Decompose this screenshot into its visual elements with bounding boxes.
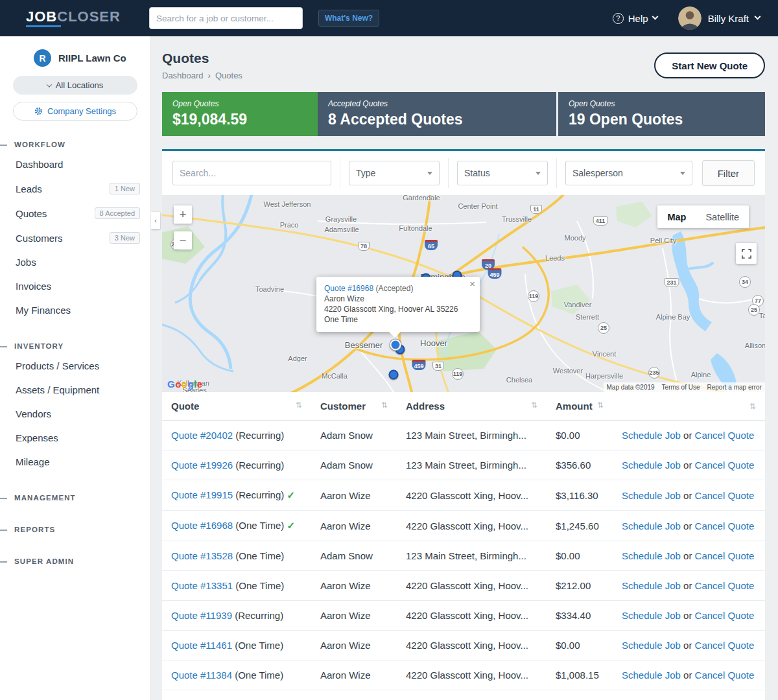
- status-select[interactable]: Status: [457, 161, 548, 185]
- fullscreen-button[interactable]: [736, 243, 757, 264]
- section-super-admin[interactable]: SUPER ADMIN: [0, 554, 150, 569]
- chevron-down-icon: [652, 13, 658, 19]
- map-type-satellite-button[interactable]: Satellite: [696, 205, 749, 228]
- global-search-input[interactable]: [149, 7, 303, 29]
- amount-cell: $334.40: [547, 601, 613, 631]
- help-label: Help: [628, 13, 648, 24]
- schedule-job-link[interactable]: Schedule Job: [622, 460, 681, 471]
- sidebar-item-invoices[interactable]: Invoices: [0, 274, 150, 298]
- route-shield: 459: [488, 268, 501, 279]
- start-new-quote-button[interactable]: Start New Quote: [654, 52, 765, 78]
- address-cell: 123 Main Street, Birmingh...: [397, 541, 547, 571]
- info-window-quote-link[interactable]: Quote #16968: [324, 284, 373, 293]
- sidebar-item-jobs[interactable]: Jobs: [0, 250, 150, 274]
- schedule-job-link[interactable]: Schedule Job: [622, 670, 681, 681]
- cancel-quote-link[interactable]: Cancel Quote: [695, 670, 755, 681]
- cancel-quote-link[interactable]: Cancel Quote: [695, 430, 755, 441]
- section-workflow[interactable]: WORKFLOW: [0, 137, 150, 152]
- logo-primary: JOB: [26, 8, 57, 25]
- map-label: Sterrett: [576, 313, 599, 321]
- cancel-quote-link[interactable]: Cancel Quote: [695, 610, 755, 621]
- collapse-panel-tab[interactable]: ‹: [151, 212, 160, 229]
- quote-map-marker[interactable]: [389, 370, 399, 380]
- filter-button[interactable]: Filter: [702, 160, 755, 186]
- sort-icon[interactable]: ⇅: [531, 401, 537, 410]
- whats-new-button[interactable]: What's New?: [318, 10, 379, 27]
- sidebar-item-assets-equipment[interactable]: Assets / Equipment: [0, 378, 150, 402]
- breadcrumb-dashboard[interactable]: Dashboard: [162, 71, 204, 80]
- section-reports[interactable]: REPORTS: [0, 522, 150, 537]
- sort-icon[interactable]: ⇅: [296, 401, 302, 410]
- map-type-map-button[interactable]: Map: [657, 205, 696, 228]
- company-settings-button[interactable]: Company Settings: [13, 102, 137, 121]
- sidebar-item-vendors[interactable]: Vendors: [0, 402, 150, 426]
- amount-cell: $1,008.15: [547, 660, 613, 690]
- sidebar-item-dashboard[interactable]: Dashboard: [0, 152, 150, 176]
- quote-link[interactable]: Quote #20402: [171, 430, 233, 441]
- sidebar-item-customers[interactable]: Customers3 New: [0, 226, 150, 250]
- schedule-job-link[interactable]: Schedule Job: [622, 640, 681, 651]
- table-row: Quote #13528 (One Time) Adam Snow 123 Ma…: [162, 541, 765, 571]
- logo-secondary: CLOSER: [57, 8, 121, 25]
- chevron-down-icon: [680, 172, 685, 175]
- locations-label: All Locations: [56, 80, 104, 90]
- cancel-quote-link[interactable]: Cancel Quote: [695, 640, 755, 651]
- quote-link[interactable]: Quote #16968: [171, 520, 233, 531]
- section-inventory[interactable]: INVENTORY: [0, 338, 150, 354]
- quotes-map[interactable]: Gardendale West Jefferson Center Point T…: [162, 195, 765, 392]
- quote-link[interactable]: Quote #13351: [171, 580, 233, 591]
- type-select[interactable]: Type: [349, 161, 440, 185]
- stat-card-open-quotes-count: Open Quotes 19 Open Quotes: [558, 92, 765, 136]
- schedule-job-link[interactable]: Schedule Job: [622, 610, 681, 621]
- sidebar-item-mileage[interactable]: Mileage: [0, 450, 150, 474]
- map-label: Leeds: [545, 254, 565, 262]
- quote-link[interactable]: Quote #19915: [171, 489, 233, 500]
- quote-link[interactable]: Quote #11939: [171, 610, 232, 621]
- quote-link[interactable]: Quote #13528: [171, 550, 233, 561]
- schedule-job-link[interactable]: Schedule Job: [622, 520, 681, 531]
- schedule-job-link[interactable]: Schedule Job: [622, 430, 681, 441]
- app-logo[interactable]: JOBCLOSER: [26, 10, 121, 27]
- terms-of-use-link[interactable]: Terms of Use: [662, 384, 700, 391]
- quote-link[interactable]: Quote #11384: [171, 670, 232, 681]
- sidebar-item-products-services[interactable]: Products / Services: [0, 354, 150, 378]
- schedule-job-link[interactable]: Schedule Job: [622, 580, 681, 591]
- salesperson-select[interactable]: Salesperson: [565, 161, 692, 185]
- schedule-job-link[interactable]: Schedule Job: [622, 490, 681, 501]
- map-label: Westover: [553, 367, 583, 375]
- customer-cell: Aaron Wize: [311, 601, 397, 631]
- table-row: Quote #11384 (One Time) Aaron Wize 4220 …: [162, 660, 765, 690]
- fullscreen-icon: [742, 249, 751, 259]
- quote-link[interactable]: Quote #19926: [171, 460, 233, 471]
- sidebar-item-quotes[interactable]: Quotes8 Accepted: [0, 201, 150, 226]
- sort-icon[interactable]: ⇅: [749, 402, 756, 411]
- all-locations-dropdown[interactable]: All Locations: [13, 76, 137, 95]
- map-label: Moody: [564, 234, 585, 242]
- cancel-quote-link[interactable]: Cancel Quote: [695, 580, 755, 591]
- sort-icon[interactable]: ⇅: [381, 401, 388, 410]
- cancel-quote-link[interactable]: Cancel Quote: [695, 490, 755, 501]
- customer-cell: Aaron Wize: [311, 571, 397, 601]
- sidebar-item-my-finances[interactable]: My Finances: [0, 298, 150, 322]
- help-menu[interactable]: ? Help: [613, 13, 657, 24]
- table-row: Quote #19915 (Recurring) ✓ Aaron Wize 42…: [162, 480, 765, 511]
- report-map-error-link[interactable]: Report a map error: [707, 384, 762, 391]
- zoom-out-button[interactable]: −: [174, 231, 192, 250]
- schedule-job-link[interactable]: Schedule Job: [622, 550, 681, 561]
- section-management[interactable]: MANAGEMENT: [0, 490, 150, 506]
- sidebar-item-leads[interactable]: Leads1 New: [0, 176, 150, 201]
- sidebar-item-expenses[interactable]: Expenses: [0, 426, 150, 450]
- sort-icon[interactable]: ⇅: [597, 401, 604, 410]
- customer-cell: Aaron Wize: [311, 660, 397, 690]
- close-icon[interactable]: ×: [469, 279, 475, 289]
- chevron-down-icon: [755, 13, 761, 19]
- table-row: Quote #19926 (Recurring) Adam Snow 123 M…: [162, 450, 765, 480]
- user-menu[interactable]: Billy Kraft: [678, 6, 760, 30]
- zoom-in-button[interactable]: +: [174, 205, 192, 224]
- cancel-quote-link[interactable]: Cancel Quote: [695, 520, 755, 531]
- cancel-quote-link[interactable]: Cancel Quote: [695, 460, 755, 471]
- quote-link[interactable]: Quote #11461: [171, 640, 232, 651]
- quotes-search-input[interactable]: [172, 161, 331, 185]
- cancel-quote-link[interactable]: Cancel Quote: [695, 550, 755, 561]
- user-name: Billy Kraft: [708, 13, 749, 24]
